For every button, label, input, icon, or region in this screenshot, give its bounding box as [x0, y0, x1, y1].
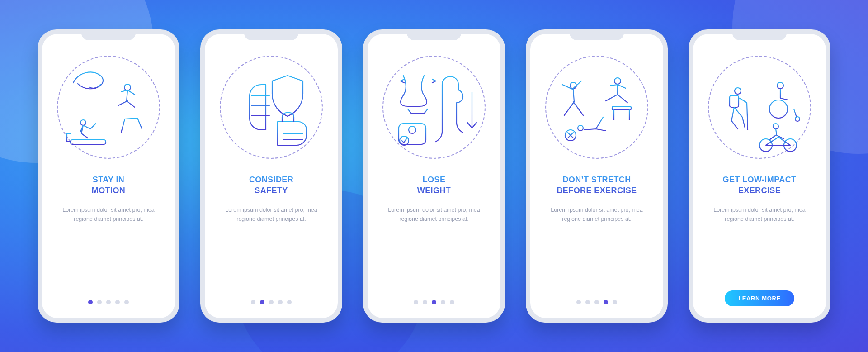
svg-rect-12 — [730, 95, 739, 107]
svg-point-9 — [578, 125, 583, 131]
lose-weight-icon — [382, 56, 486, 159]
stay-in-motion-icon — [57, 56, 160, 159]
onboarding-screen-4: DON’T STRETCH BEFORE EXERCISE Lorem ipsu… — [526, 29, 668, 323]
low-impact-exercise-icon — [708, 56, 811, 159]
pagination-dots — [88, 300, 129, 306]
pagination-dots — [414, 300, 454, 306]
screen-title: STAY IN MOTION — [92, 174, 125, 196]
dot-5[interactable] — [287, 300, 292, 304]
dot-2[interactable] — [97, 300, 102, 304]
onboarding-screen-3: LOSE WEIGHT Lorem ipsum dolor sit amet p… — [363, 29, 505, 323]
screen-body: Lorem ipsum dolor sit amet pro, mea regi… — [708, 205, 811, 224]
svg-point-7 — [614, 78, 621, 84]
onboarding-screen-5: GET LOW-IMPACT EXERCISE Lorem ipsum dolo… — [689, 29, 830, 323]
dot-4[interactable] — [441, 300, 445, 304]
svg-rect-1 — [71, 140, 106, 144]
svg-point-4 — [409, 126, 416, 133]
dot-4[interactable] — [604, 300, 608, 304]
svg-point-11 — [735, 88, 741, 94]
svg-point-2 — [124, 84, 131, 90]
dont-stretch-icon — [545, 56, 648, 159]
dot-3[interactable] — [432, 300, 436, 304]
dot-5[interactable] — [613, 300, 617, 304]
screen-title: GET LOW-IMPACT EXERCISE — [723, 174, 797, 196]
screen-body: Lorem ipsum dolor sit amet pro, mea regi… — [219, 205, 323, 224]
dot-4[interactable] — [115, 300, 120, 304]
onboarding-carousel: STAY IN MOTION Lorem ipsum dolor sit ame… — [0, 0, 868, 352]
screen-title: DON’T STRETCH BEFORE EXERCISE — [557, 174, 637, 196]
svg-point-13 — [777, 82, 783, 89]
onboarding-screen-1: STAY IN MOTION Lorem ipsum dolor sit ame… — [38, 29, 179, 323]
svg-point-15 — [795, 117, 800, 121]
dot-1[interactable] — [251, 300, 255, 304]
learn-more-button[interactable]: LEARN MORE — [725, 290, 794, 306]
dot-1[interactable] — [576, 300, 581, 304]
screen-body: Lorem ipsum dolor sit amet pro, mea regi… — [382, 205, 486, 224]
dot-1[interactable] — [414, 300, 418, 304]
onboarding-screen-2: CONSIDER SAFETY Lorem ipsum dolor sit am… — [200, 29, 342, 323]
svg-point-14 — [769, 100, 788, 118]
svg-point-0 — [80, 120, 86, 125]
pagination-dots — [576, 300, 617, 306]
dot-2[interactable] — [423, 300, 427, 304]
dot-4[interactable] — [278, 300, 283, 304]
consider-safety-icon — [220, 56, 323, 159]
dot-5[interactable] — [124, 300, 129, 304]
dot-1[interactable] — [88, 300, 93, 304]
screen-title: LOSE WEIGHT — [417, 174, 451, 196]
pagination-dots — [251, 300, 292, 306]
screen-body: Lorem ipsum dolor sit amet pro, mea regi… — [57, 205, 160, 224]
svg-rect-8 — [612, 106, 631, 110]
screen-body: Lorem ipsum dolor sit amet pro, mea regi… — [545, 205, 649, 224]
svg-point-16 — [773, 124, 778, 129]
dot-2[interactable] — [585, 300, 590, 304]
dot-3[interactable] — [594, 300, 599, 304]
dot-3[interactable] — [269, 300, 274, 304]
dot-5[interactable] — [450, 300, 454, 304]
dot-2[interactable] — [260, 300, 264, 304]
dot-3[interactable] — [106, 300, 111, 304]
screen-title: CONSIDER SAFETY — [249, 174, 293, 196]
